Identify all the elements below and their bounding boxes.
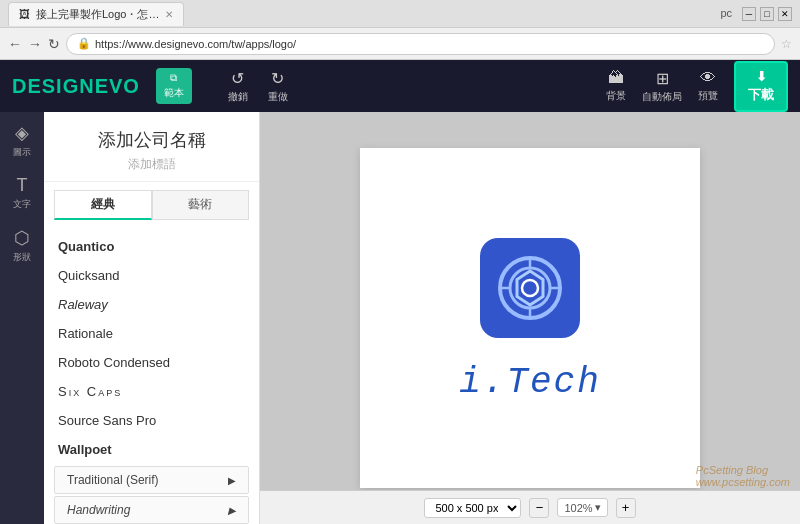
preview-label: 預覽 (698, 89, 718, 103)
window-controls: pc ─ □ ✕ (720, 7, 792, 21)
pc-label: pc (720, 7, 732, 21)
template-label: 範本 (164, 86, 184, 100)
canvas-area: i.Tech 500 x 500 px − 102% ▾ + PcSetting… (260, 112, 800, 524)
watermark-line1: PcSetting Blog (696, 464, 790, 476)
scene-label: 背景 (606, 89, 626, 103)
logo-text-preview: i.Tech (459, 359, 601, 403)
tagline[interactable]: 添加標語 (56, 156, 247, 173)
font-item-raleway[interactable]: Raleway (44, 290, 259, 319)
logo-part1: DESIGN (12, 75, 95, 97)
auto-layout-button[interactable]: ⊞ 自動佈局 (642, 69, 682, 104)
redo-button[interactable]: ↻ 重做 (268, 69, 288, 104)
header-center-buttons: ↺ 撤銷 ↻ 重做 (228, 69, 288, 104)
redo-label: 重做 (268, 90, 288, 104)
download-button[interactable]: ⬇ 下載 (734, 61, 788, 112)
tab-art[interactable]: 藝術 (152, 190, 250, 220)
company-name-section: 添加公司名稱 添加標語 (44, 112, 259, 182)
main-layout: ◈ 圖示 T 文字 ⬡ 形狀 添加公司名稱 添加標語 經典 藝術 Quantic… (0, 112, 800, 524)
refresh-button[interactable]: ↻ (48, 36, 60, 52)
forms-label: 形狀 (13, 251, 31, 264)
serif-label: Traditional (Serif) (67, 473, 159, 487)
preview-icon: 👁 (700, 69, 716, 87)
auto-layout-icon: ⊞ (656, 69, 669, 88)
undo-label: 撤銷 (228, 90, 248, 104)
canvas-background[interactable]: i.Tech (360, 148, 700, 488)
watermark: PcSetting Blog www.pcsetting.com (696, 464, 790, 488)
forward-button[interactable]: → (28, 36, 42, 52)
handwriting-label: Handwriting (67, 503, 130, 517)
size-selector[interactable]: 500 x 500 px (424, 498, 521, 518)
undo-button[interactable]: ↺ 撤銷 (228, 69, 248, 104)
app-logo: DESIGNEVO (12, 75, 140, 98)
shapes-icon: ◈ (15, 122, 29, 144)
minimize-button[interactable]: ─ (742, 7, 756, 21)
template-button[interactable]: ⧉ 範本 (156, 68, 192, 104)
chevron-right-icon: ▶ (228, 475, 236, 486)
preview-button[interactable]: 👁 預覽 (698, 69, 718, 103)
forms-icon: ⬡ (14, 227, 30, 249)
redo-icon: ↻ (271, 69, 284, 88)
url-text: https://www.designevo.com/tw/apps/logo/ (95, 38, 296, 50)
zoom-out-button[interactable]: − (529, 498, 549, 518)
logo-part2: EVO (95, 75, 140, 97)
watermark-line2: www.pcsetting.com (696, 476, 790, 488)
font-panel: 添加公司名稱 添加標語 經典 藝術 Quantico Quicksand Ral… (44, 112, 260, 524)
browser-tab[interactable]: 🖼 接上完畢製作Logo・怎… ✕ (8, 2, 184, 26)
template-icon: ⧉ (170, 72, 177, 84)
maximize-button[interactable]: □ (760, 7, 774, 21)
tab-icon: 🖼 (19, 8, 30, 20)
browser-titlebar: 🖼 接上完畢製作Logo・怎… ✕ pc ─ □ ✕ (0, 0, 800, 28)
tab-label: 接上完畢製作Logo・怎… (36, 7, 159, 22)
text-label: 文字 (13, 198, 31, 211)
company-name[interactable]: 添加公司名稱 (56, 128, 247, 152)
font-tabs: 經典 藝術 (44, 182, 259, 228)
bookmark-icon[interactable]: ☆ (781, 37, 792, 51)
sidebar-item-shapes[interactable]: ◈ 圖示 (13, 122, 31, 159)
logo-text-span: i.Tech (459, 362, 601, 403)
logo-preview: i.Tech (459, 233, 601, 403)
font-list: Quantico Quicksand Raleway Rationale Rob… (44, 228, 259, 524)
undo-icon: ↺ (231, 69, 244, 88)
zoom-display: 102% ▾ (557, 498, 607, 517)
font-item-source-sans-pro[interactable]: Source Sans Pro (44, 406, 259, 435)
address-bar[interactable]: 🔒 https://www.designevo.com/tw/apps/logo… (66, 33, 775, 55)
download-label: 下載 (748, 86, 774, 104)
sidebar-item-text[interactable]: T 文字 (13, 175, 31, 211)
chevron-right-icon-2: ▶ (228, 505, 236, 516)
browser-addressbar: ← → ↻ 🔒 https://www.designevo.com/tw/app… (0, 28, 800, 60)
text-icon: T (17, 175, 28, 196)
lock-icon: 🔒 (77, 37, 91, 50)
bottom-bar: 500 x 500 px − 102% ▾ + (260, 490, 800, 524)
app-header: DESIGNEVO ⧉ 範本 ↺ 撤銷 ↻ 重做 🏔 背景 ⊞ 自動佈局 👁 預… (0, 60, 800, 112)
zoom-dropdown-icon: ▾ (595, 501, 601, 514)
download-wrapper: ⬇ 下載 1. (734, 61, 788, 112)
scene-button[interactable]: 🏔 背景 (606, 69, 626, 103)
font-item-roboto-condensed[interactable]: Roboto Condensed (44, 348, 259, 377)
font-item-six-caps[interactable]: Six Caps (44, 377, 259, 406)
font-item-rationale[interactable]: Rationale (44, 319, 259, 348)
font-item-wallpoet[interactable]: Wallpoet (44, 435, 259, 464)
shapes-label: 圖示 (13, 146, 31, 159)
tab-classic[interactable]: 經典 (54, 190, 152, 220)
close-button[interactable]: ✕ (778, 7, 792, 21)
sidebar-item-forms[interactable]: ⬡ 形狀 (13, 227, 31, 264)
back-button[interactable]: ← (8, 36, 22, 52)
download-icon: ⬇ (756, 69, 767, 84)
zoom-level: 102% (564, 502, 592, 514)
tab-close-icon[interactable]: ✕ (165, 9, 173, 20)
logo-icon (475, 233, 585, 343)
scene-icon: 🏔 (608, 69, 624, 87)
font-category-handwriting[interactable]: Handwriting ▶ (54, 496, 249, 524)
zoom-in-button[interactable]: + (616, 498, 636, 518)
auto-layout-label: 自動佈局 (642, 90, 682, 104)
font-item-quantico[interactable]: Quantico (44, 232, 259, 261)
svg-rect-0 (480, 238, 580, 338)
icon-sidebar: ◈ 圖示 T 文字 ⬡ 形狀 (0, 112, 44, 524)
font-category-serif[interactable]: Traditional (Serif) ▶ (54, 466, 249, 494)
font-item-quicksand[interactable]: Quicksand (44, 261, 259, 290)
